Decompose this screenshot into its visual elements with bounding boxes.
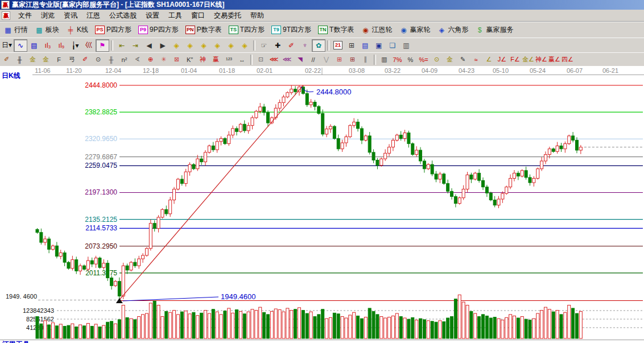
star-grid-icon[interactable]: ✳ bbox=[157, 53, 170, 65]
9t-square-button[interactable]: T99T四方形 bbox=[268, 23, 315, 37]
hand-tool-icon[interactable]: ☞ bbox=[257, 39, 271, 52]
menu-item-9[interactable]: 帮助 bbox=[246, 10, 269, 20]
sectors-button[interactable]: ▩板块 bbox=[31, 23, 63, 37]
prev-button[interactable]: ◀ bbox=[142, 39, 156, 52]
first-page-button[interactable]: ⇤ bbox=[115, 39, 129, 52]
diamond-cross-icon[interactable]: ◈ bbox=[224, 39, 238, 52]
p-table-button[interactable]: PNP数字表 bbox=[182, 23, 225, 37]
win-angle-icon[interactable]: 赢∠ bbox=[548, 53, 561, 65]
j-angle-icon[interactable]: J∠ bbox=[496, 53, 509, 65]
gann-wheel-button[interactable]: ◉江恩轮 bbox=[357, 23, 395, 37]
notebook-icon[interactable]: ▤ bbox=[358, 39, 372, 52]
p-square-button[interactable]: PSP四方形 bbox=[92, 23, 135, 37]
gann-fan-box-icon[interactable]: ◥ bbox=[294, 53, 307, 65]
spiral-ruler-icon[interactable]: 弓 bbox=[65, 53, 79, 65]
gold-circle-icon[interactable]: ⊙ bbox=[430, 53, 443, 65]
t-table-button[interactable]: TNT数字表 bbox=[315, 23, 357, 37]
angle-a-icon[interactable]: ∢ bbox=[131, 53, 144, 65]
win-ruler-icon[interactable]: 赢 bbox=[209, 53, 222, 65]
angle-measure-icon[interactable]: ✐ bbox=[284, 39, 298, 52]
angle-lines-icon[interactable]: // bbox=[307, 53, 320, 65]
f-angle-icon[interactable]: F∠ bbox=[509, 53, 522, 65]
pen-note-icon[interactable]: ✎ bbox=[456, 53, 469, 65]
f-ruler-icon[interactable]: F bbox=[52, 53, 65, 65]
menu-item-7[interactable]: 窗口 bbox=[187, 10, 209, 20]
quotes-button[interactable]: ▦行情 bbox=[0, 23, 31, 37]
gann-pattern-icon[interactable]: ♆ bbox=[298, 39, 312, 52]
draw-knife-icon[interactable]: ✐ bbox=[0, 53, 13, 65]
chart-panel[interactable]: 日K线11-0611-2012-0412-1801-0401-1802-0102… bbox=[0, 66, 644, 343]
candle-style-button[interactable]: ╽▾ bbox=[68, 39, 82, 52]
box-grid-icon[interactable]: ⊠ bbox=[170, 53, 183, 65]
shen-angle-icon[interactable]: 神∠ bbox=[535, 53, 548, 65]
time-ruler-icon[interactable]: ╫ bbox=[13, 53, 26, 65]
kline-button[interactable]: ╪K线 bbox=[63, 23, 92, 37]
zigzag-icon[interactable]: ⋁ bbox=[320, 53, 333, 65]
diamond-left-icon[interactable]: ◈ bbox=[170, 39, 183, 52]
flag-indicator-icon[interactable]: ⚑ bbox=[96, 39, 109, 52]
last-page-button[interactable]: ⇥ bbox=[129, 39, 142, 52]
9p-square-button[interactable]: P99P四方形 bbox=[135, 23, 182, 37]
trend-chart-icon[interactable]: ∿ bbox=[14, 39, 27, 52]
next-button[interactable]: ▶ bbox=[156, 39, 170, 52]
diamond-all-icon[interactable]: ◈ bbox=[238, 39, 251, 52]
pivot-box-icon[interactable]: ⊡ bbox=[254, 53, 267, 65]
gold-lines-icon[interactable]: 金 bbox=[443, 53, 456, 65]
diamond-right-icon[interactable]: ◈ bbox=[183, 39, 197, 52]
menu-item-8[interactable]: 交易委托 bbox=[209, 10, 246, 20]
k-quote-icon[interactable]: K" bbox=[183, 53, 196, 65]
menu-item-6[interactable]: 工具 bbox=[164, 10, 187, 20]
winner-service-button[interactable]: $赢家服务 bbox=[472, 23, 517, 37]
toolbar-button-label: P数字表 bbox=[197, 25, 222, 35]
menu-item-3[interactable]: 江恩 bbox=[82, 10, 105, 20]
gann-art-icon[interactable]: 巛 bbox=[82, 39, 96, 52]
t-square-button[interactable]: TST四方形 bbox=[225, 23, 268, 37]
scale-bars-icon[interactable]: ▥ bbox=[378, 53, 391, 65]
gold-angle2-icon[interactable]: 金∠ bbox=[522, 53, 535, 65]
app-logo-icon: 赢 bbox=[1, 1, 10, 9]
menu-item-4[interactable]: 公式选股 bbox=[105, 10, 141, 20]
info-board-icon[interactable]: ▤ bbox=[27, 39, 41, 52]
compass-cross-icon[interactable]: ⊕ bbox=[144, 53, 157, 65]
gold-angle-icon[interactable]: ∠ bbox=[482, 53, 496, 65]
save-icon[interactable]: ▣ bbox=[372, 39, 386, 52]
ruler-123-icon[interactable]: ¹²³ bbox=[222, 53, 236, 65]
crosshair-tool-icon[interactable]: ✚ bbox=[271, 39, 284, 52]
percent-retrace-icon[interactable]: 7% bbox=[391, 53, 404, 65]
child-window-icon[interactable]: 赢 bbox=[2, 11, 10, 20]
time-grid-icon[interactable]: ⊞ bbox=[346, 53, 359, 65]
four-angle-icon[interactable]: 四∠ bbox=[561, 53, 574, 65]
parallel-lines-icon[interactable]: ∥ bbox=[359, 53, 372, 65]
clock-ruler-icon[interactable]: ⊙ bbox=[92, 53, 105, 65]
menu-item-0[interactable]: 文件 bbox=[14, 10, 36, 20]
n2-ruler-icon[interactable]: n² bbox=[118, 53, 131, 65]
price-grid-icon[interactable]: ⊞ bbox=[333, 53, 346, 65]
share-icon[interactable]: ❏ bbox=[386, 39, 399, 52]
percent-lines-icon[interactable]: %= bbox=[417, 53, 430, 65]
gann-fan-red-icon[interactable]: ⋘ bbox=[267, 53, 280, 65]
menu-item-1[interactable]: 浏览 bbox=[36, 10, 59, 20]
gold-ruler1-icon[interactable]: 金 bbox=[26, 53, 39, 65]
kline-chart-svg[interactable]: 日K线11-0611-2012-0412-1801-0401-1802-0102… bbox=[0, 66, 644, 343]
winner-wheel-button[interactable]: ◉赢家轮 bbox=[395, 23, 434, 37]
menu-item-5[interactable]: 设置 bbox=[141, 10, 164, 20]
gann-fan-purple-icon[interactable]: ⋘ bbox=[280, 53, 294, 65]
diamond-merge-icon[interactable]: ◈ bbox=[210, 39, 224, 52]
diamond-split-icon[interactable]: ◈ bbox=[197, 39, 210, 52]
menu-item-2[interactable]: 资讯 bbox=[59, 10, 82, 20]
hexagon-button[interactable]: ◈六角形 bbox=[434, 23, 472, 37]
wave-brain-icon[interactable]: ✿ bbox=[312, 39, 325, 52]
percent-icon[interactable]: % bbox=[404, 53, 417, 65]
gold-ruler2-icon[interactable]: 金 bbox=[39, 53, 52, 65]
red-marker-icon[interactable]: ✐ bbox=[79, 53, 92, 65]
bars-3-icon[interactable]: ıl₃ bbox=[41, 39, 55, 52]
calendar-icon[interactable]: 21 bbox=[331, 39, 345, 52]
wave-average-icon[interactable]: ≈ bbox=[469, 53, 482, 65]
shen-ruler-icon[interactable]: 神 bbox=[196, 53, 209, 65]
width-arrows-icon[interactable]: ↔ bbox=[236, 53, 249, 65]
bars-9-icon[interactable]: ıl₉ bbox=[55, 39, 68, 52]
computer-icon[interactable]: ▥ bbox=[399, 39, 413, 52]
plain-ruler-icon[interactable]: ╫ bbox=[105, 53, 118, 65]
calculator-icon[interactable]: ⊞ bbox=[345, 39, 358, 52]
period-day-button[interactable]: 日▾ bbox=[0, 39, 14, 52]
